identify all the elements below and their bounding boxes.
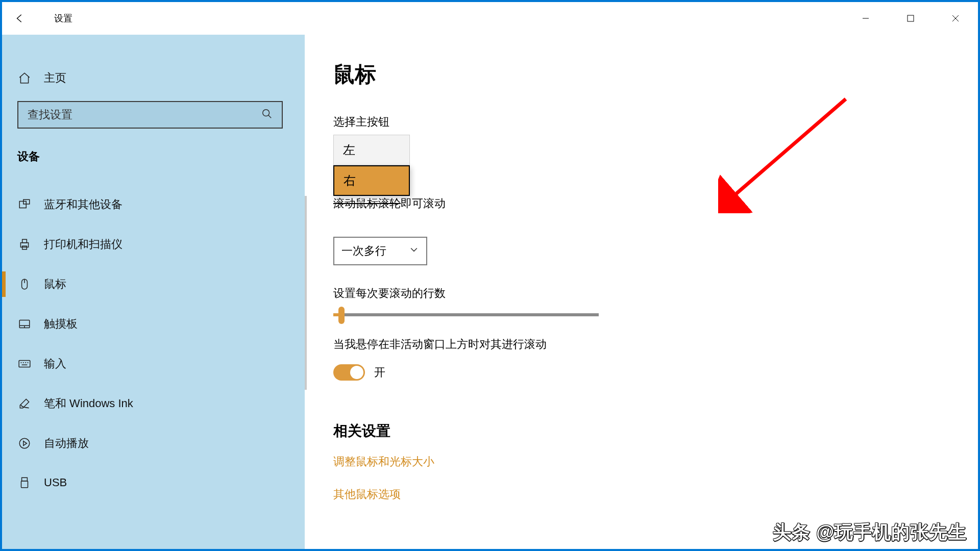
main-content: 鼠标 选择主按钮 左 右 滚动鼠标滚轮即可滚动 一次多行: [305, 35, 978, 549]
settings-window: 设置 主页: [0, 0, 980, 551]
related-settings-heading: 相关设置: [333, 421, 937, 441]
sidebar-item-mouse[interactable]: 鼠标: [2, 264, 305, 304]
svg-rect-23: [22, 478, 28, 481]
link-adjust-cursor[interactable]: 调整鼠标和光标大小: [333, 454, 937, 469]
mouse-icon: [17, 277, 32, 291]
sidebar-item-label: 触摸板: [44, 316, 78, 332]
svg-rect-16: [19, 361, 30, 367]
titlebar: 设置: [2, 2, 978, 35]
printer-icon: [17, 237, 32, 252]
chevron-down-icon: [409, 244, 419, 258]
usb-icon: [17, 475, 32, 490]
sidebar-item-touchpad[interactable]: 触摸板: [2, 304, 305, 344]
sidebar-item-label: USB: [44, 476, 67, 489]
sidebar-item-label: 蓝牙和其他设备: [44, 197, 122, 212]
minimize-button[interactable]: [843, 2, 888, 35]
svg-rect-10: [22, 246, 27, 249]
scroll-wheel-label: 滚动鼠标滚轮即可滚动: [333, 196, 446, 211]
page-title: 鼠标: [333, 60, 937, 89]
dropdown-option-left[interactable]: 左: [333, 135, 410, 165]
svg-point-22: [19, 438, 30, 448]
sidebar-item-printers[interactable]: 打印机和扫描仪: [2, 224, 305, 264]
window-title: 设置: [54, 12, 72, 24]
sidebar-item-label: 自动播放: [44, 436, 89, 451]
dropdown-option-right[interactable]: 右: [333, 165, 410, 196]
scroll-mode-dropdown[interactable]: 一次多行: [333, 237, 427, 265]
sidebar: 主页 设备 蓝牙和其他设备: [2, 35, 305, 549]
toggle-knob: [350, 366, 363, 379]
scroll-lines-slider[interactable]: [333, 313, 599, 316]
sidebar-item-bluetooth[interactable]: 蓝牙和其他设备: [2, 185, 305, 224]
svg-rect-6: [19, 202, 26, 208]
home-label: 主页: [44, 70, 66, 86]
scroll-lines-label: 设置每次要滚动的行数: [333, 286, 937, 301]
sidebar-item-autoplay[interactable]: 自动播放: [2, 423, 305, 463]
pen-icon: [17, 396, 32, 411]
toggle-state-text: 开: [374, 365, 385, 380]
maximize-button[interactable]: [888, 2, 933, 35]
search-icon: [261, 108, 273, 121]
close-button[interactable]: [933, 2, 978, 35]
slider-thumb[interactable]: [338, 307, 345, 324]
autoplay-icon: [17, 436, 32, 450]
watermark: 头条 @玩手机的张先生: [773, 520, 967, 545]
sidebar-item-pen[interactable]: 笔和 Windows Ink: [2, 384, 305, 423]
touchpad-icon: [17, 317, 32, 331]
svg-rect-24: [21, 481, 28, 488]
home-button[interactable]: 主页: [2, 60, 305, 96]
link-other-mouse-options[interactable]: 其他鼠标选项: [333, 487, 937, 502]
sidebar-item-usb[interactable]: USB: [2, 463, 305, 502]
search-box[interactable]: [17, 101, 283, 129]
search-input[interactable]: [28, 108, 248, 121]
sidebar-item-typing[interactable]: 输入: [2, 344, 305, 384]
hover-scroll-toggle[interactable]: [333, 364, 365, 381]
scrollbar-hint[interactable]: [305, 196, 307, 390]
sidebar-group-title: 设备: [2, 134, 305, 174]
svg-rect-1: [908, 15, 914, 21]
window-controls: [843, 2, 978, 35]
sidebar-item-label: 鼠标: [44, 277, 66, 292]
svg-rect-8: [20, 243, 28, 247]
svg-rect-9: [22, 239, 27, 243]
primary-button-label: 选择主按钮: [333, 114, 937, 130]
home-icon: [17, 71, 32, 85]
sidebar-item-label: 笔和 Windows Ink: [44, 396, 133, 411]
primary-button-dropdown[interactable]: 左 右: [333, 135, 410, 196]
svg-point-4: [263, 110, 270, 116]
keyboard-icon: [17, 357, 32, 371]
bluetooth-devices-icon: [17, 197, 32, 212]
sidebar-item-label: 打印机和扫描仪: [44, 237, 122, 252]
back-arrow-icon[interactable]: [14, 13, 26, 24]
hover-scroll-label: 当我悬停在非活动窗口上方时对其进行滚动: [333, 337, 937, 352]
svg-line-5: [268, 115, 272, 118]
scroll-mode-value: 一次多行: [341, 243, 386, 259]
sidebar-item-label: 输入: [44, 356, 66, 371]
